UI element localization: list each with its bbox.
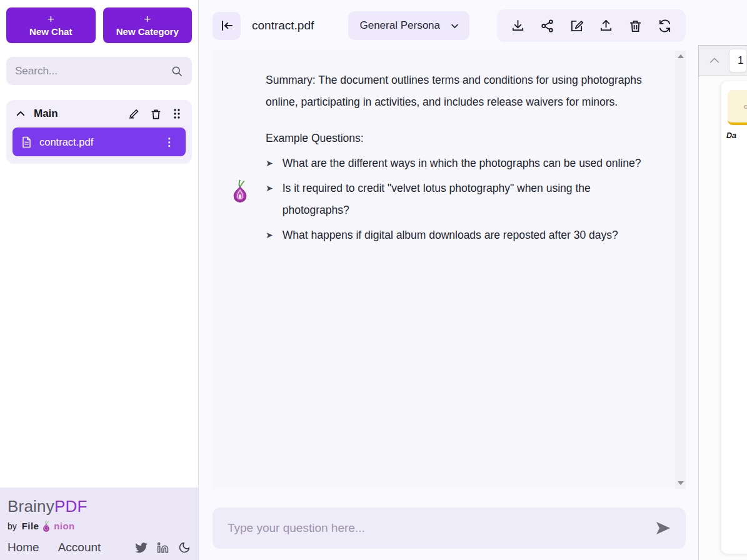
category-main: Main contract.pdf — [6, 100, 192, 164]
search-input[interactable] — [15, 65, 171, 78]
page-title: contract.pdf — [252, 19, 314, 32]
send-button[interactable] — [656, 521, 671, 535]
scroll-up-arrow-icon[interactable] — [678, 54, 684, 58]
question-text: What are the different ways in which the… — [283, 152, 641, 174]
document-icon — [21, 136, 32, 148]
download-icon — [511, 19, 525, 33]
category-header: Main — [13, 106, 186, 128]
file-options-icon[interactable]: ⋮ — [161, 136, 177, 149]
new-category-button[interactable]: + New Category — [103, 8, 193, 43]
chat-scrollbar[interactable] — [675, 51, 686, 489]
pdf-toolbar: 1 — [698, 45, 747, 76]
pdf-panel-spacer — [698, 0, 747, 45]
edit-icon — [569, 19, 584, 33]
delete-category-icon[interactable] — [150, 108, 162, 120]
footer-links: Home Account — [8, 541, 191, 554]
home-link[interactable]: Home — [8, 541, 39, 554]
question-text: Is it required to credit "velvet lotus p… — [283, 178, 650, 221]
share-icon — [540, 19, 554, 33]
new-chat-label: New Chat — [29, 26, 72, 38]
sidebar-item-contract-pdf[interactable]: contract.pdf ⋮ — [13, 128, 186, 156]
byline: by File nion — [8, 520, 191, 531]
refresh-button[interactable] — [658, 19, 672, 33]
pdf-viewer-body[interactable]: cli Da — [698, 76, 747, 560]
send-icon — [656, 521, 671, 535]
scroll-down-arrow-icon[interactable] — [678, 481, 684, 485]
suggested-question[interactable]: ➤ What are the different ways in which t… — [266, 152, 661, 174]
download-button[interactable] — [511, 19, 525, 33]
sidebar-footer: BrainyPDF by File nion Home Account — [0, 488, 198, 560]
byline-by: by — [8, 521, 17, 531]
brand-logo: BrainyPDF — [8, 497, 191, 516]
export-button[interactable] — [599, 19, 613, 33]
collapse-sidebar-button[interactable] — [213, 12, 241, 40]
question-text: What happens if digital album downloads … — [283, 224, 618, 246]
arrow-bullet-icon: ➤ — [266, 224, 273, 246]
chevron-up-icon[interactable] — [15, 108, 26, 119]
account-link[interactable]: Account — [58, 541, 101, 554]
arrow-bullet-icon: ➤ — [266, 178, 273, 221]
suggested-question[interactable]: ➤ What happens if digital album download… — [266, 224, 661, 246]
sidebar-buttons-row: + New Chat + New Category — [0, 0, 198, 43]
plus-icon: + — [144, 13, 151, 26]
upload-icon — [599, 19, 613, 33]
sidebar: + New Chat + New Category Main — [0, 0, 199, 560]
refresh-icon — [658, 19, 672, 33]
brand-part2: PDF — [54, 497, 88, 516]
question-input-bar — [213, 508, 686, 549]
collapse-sidebar-icon — [219, 18, 234, 33]
dark-mode-moon-icon[interactable] — [178, 541, 191, 554]
search-icon — [171, 65, 183, 78]
pdf-field-label-text: Da — [726, 131, 736, 140]
plus-icon: + — [48, 13, 54, 26]
search-box[interactable] — [6, 57, 192, 85]
chat-panel: contract.pdf General Persona — [199, 0, 698, 560]
new-category-label: New Category — [116, 26, 179, 38]
suggested-question[interactable]: ➤ Is it required to credit "velvet lotus… — [266, 178, 661, 221]
pdf-field-hint-text: cli — [744, 102, 747, 110]
brand-part1: Brainy — [8, 497, 54, 516]
delete-button[interactable] — [628, 19, 643, 33]
twitter-icon[interactable] — [135, 542, 148, 553]
onion-logo-icon — [41, 520, 51, 532]
fileonion-logo-nion: nion — [54, 521, 74, 531]
linkedin-icon[interactable] — [157, 542, 169, 554]
pdf-page-number-input[interactable]: 1 — [729, 49, 747, 72]
example-questions-label: Example Questions: — [266, 128, 656, 149]
question-input[interactable] — [228, 521, 656, 535]
pdf-preview-panel: 1 cli Da — [698, 0, 747, 560]
category-actions — [128, 108, 182, 120]
share-button[interactable] — [540, 19, 554, 33]
document-toolbar — [497, 9, 686, 42]
pdf-page — [721, 81, 747, 554]
fileonion-logo-file: File — [22, 521, 39, 531]
assistant-message: Summary: The document outlines terms and… — [213, 51, 686, 246]
drag-handle-icon[interactable] — [172, 108, 182, 119]
assistant-onion-avatar — [228, 179, 252, 202]
trash-icon — [628, 19, 643, 33]
pdf-form-field[interactable]: cli — [728, 90, 747, 125]
summary-text: Summary: The document outlines terms and… — [266, 69, 656, 113]
pdf-prev-page-icon[interactable] — [708, 54, 721, 68]
file-name: contract.pdf — [39, 136, 93, 148]
category-name: Main — [34, 108, 58, 120]
edit-category-icon[interactable] — [128, 108, 140, 120]
arrow-bullet-icon: ➤ — [266, 152, 273, 174]
new-chat-button[interactable]: + New Chat — [6, 8, 96, 43]
app-window: + New Chat + New Category Main — [0, 0, 747, 560]
chevron-down-icon — [450, 21, 459, 31]
chat-topbar: contract.pdf General Persona — [199, 0, 698, 42]
edit-button[interactable] — [569, 19, 584, 33]
persona-dropdown[interactable]: General Persona — [348, 11, 469, 40]
persona-selected-value: General Persona — [359, 19, 440, 32]
social-icons — [135, 541, 191, 554]
chat-message-area: Summary: The document outlines terms and… — [213, 51, 686, 489]
